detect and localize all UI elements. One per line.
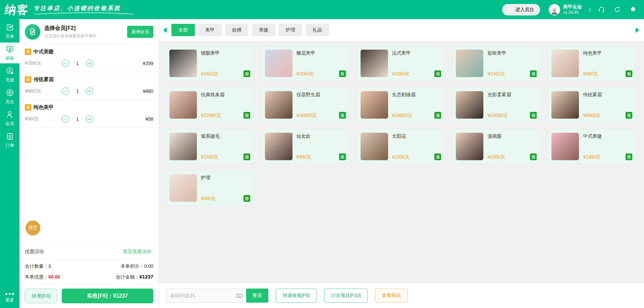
- product-card[interactable]: 护理 ¥38/次 服: [166, 171, 254, 205]
- sidebar-item[interactable]: 订单: [0, 130, 19, 150]
- app-logo: 纳客: [4, 4, 30, 15]
- qty-plus-button[interactable]: +: [86, 115, 93, 123]
- promo-label: 优惠活动: [25, 249, 44, 255]
- pay-button[interactable]: 实收[F5]：¥1237: [62, 289, 153, 303]
- product-card[interactable]: 传统雾眉 ¥880/次 服: [548, 87, 636, 122]
- product-card[interactable]: 仪器野生眉 ¥3000/次 服: [261, 87, 350, 122]
- service-badge: 服: [339, 112, 346, 119]
- product-image: [551, 50, 579, 77]
- category-tab[interactable]: 礼品: [306, 24, 329, 36]
- product-name: 光影柔雾眉: [487, 91, 537, 98]
- product-card[interactable]: 彩绘美甲 ¥140/次 服: [452, 46, 540, 81]
- category-tab[interactable]: 美睫: [252, 24, 275, 36]
- product-card[interactable]: 仿真线条眉 ¥2280/次 服: [166, 87, 254, 122]
- product-card[interactable]: 雕花美甲 ¥200/次 服: [261, 46, 350, 81]
- checkout-toolbar: 搜索 快速收银[F6] 计次项目[F10] 套餐商品: [159, 283, 644, 308]
- enter-backstage-button[interactable]: 进入后台: [502, 4, 540, 15]
- member-icon: [6, 110, 14, 120]
- product-card[interactable]: 纯色美甲 ¥58/次 服: [548, 46, 636, 81]
- product-card[interactable]: 光影柔雾眉 ¥1500/次 服: [452, 87, 540, 122]
- order-totals: 合计数量：3 本单积分：0.00 本单优惠：¥0.00 合计金额：¥1237: [19, 259, 159, 284]
- member-select-title: 选择会员[F2]: [44, 25, 127, 32]
- product-card[interactable]: 猫眼美甲 ¥160/次 服: [166, 46, 254, 81]
- sidebar-item[interactable]: 开单: [0, 21, 19, 42]
- app-slogan: 专注单店、小连锁的收银系统: [34, 4, 134, 12]
- cart-item-unit-price: ¥299/次: [25, 60, 62, 66]
- account-area[interactable]: 美甲化妆 v1.34.30: [549, 4, 582, 15]
- category-tab[interactable]: 纹绣: [225, 24, 249, 36]
- product-card[interactable]: 太阳花 ¥159/次 服: [357, 129, 445, 164]
- product-card[interactable]: 仙女款 ¥99/次 服: [261, 129, 350, 164]
- sidebar-item[interactable]: 会员: [0, 108, 19, 129]
- order-discount-value: ¥0.00: [48, 274, 60, 280]
- order-discount-label: 本单优惠：: [25, 274, 48, 280]
- sidebar-item-label: 充次: [5, 99, 14, 105]
- barcode-input[interactable]: [166, 289, 246, 303]
- product-price: ¥299/次: [583, 154, 601, 160]
- sidebar-item-label: 开单: [5, 34, 14, 40]
- clear-cart-button[interactable]: 清空: [25, 221, 40, 235]
- cart-item-amount: ¥58: [146, 116, 153, 122]
- cashier-icon: [6, 45, 14, 54]
- product-image: [551, 91, 579, 119]
- product-name: 狐系睫毛: [201, 133, 250, 139]
- tabs-scroll-right-icon[interactable]: [636, 27, 639, 33]
- avatar: [549, 4, 560, 15]
- qty-plus-button[interactable]: +: [86, 87, 93, 95]
- product-image: [169, 50, 197, 77]
- qty-plus-button[interactable]: +: [86, 60, 93, 67]
- quick-cashier-button[interactable]: 快速收银[F6]: [276, 289, 317, 303]
- side-nav: 开单 收银 充值 充次 会员 订单 更多: [0, 19, 19, 308]
- product-image: [551, 133, 579, 160]
- recharge-icon: [6, 67, 14, 76]
- qty-minus-button[interactable]: −: [62, 115, 69, 123]
- service-badge: 服: [25, 49, 31, 55]
- product-card[interactable]: 狐系睫毛 ¥159/次 服: [166, 129, 254, 164]
- search-button[interactable]: 搜索: [246, 289, 268, 303]
- product-image: [169, 91, 197, 119]
- product-card[interactable]: 漫画眼 ¥199/次 服: [452, 129, 540, 164]
- product-image: [456, 91, 483, 119]
- customer-service-icon[interactable]: [598, 6, 605, 13]
- product-price: ¥160/次: [201, 71, 219, 77]
- product-price: ¥58/次: [583, 71, 598, 77]
- top-header: 纳客 专注单店、小连锁的收银系统 进入后台 美甲化妆 v1.34.30 |: [0, 0, 644, 19]
- product-image: [265, 133, 292, 160]
- qty-minus-button[interactable]: −: [62, 87, 69, 95]
- promo-link[interactable]: 暂无优惠活动›: [123, 249, 153, 255]
- product-image: [169, 133, 197, 160]
- sidebar-item[interactable]: 收银: [0, 43, 19, 63]
- order-edit-icon: [6, 23, 14, 33]
- qty-minus-button[interactable]: −: [62, 60, 69, 67]
- sidebar-item[interactable]: 充次: [0, 86, 19, 107]
- package-goods-button[interactable]: 套餐商品: [375, 289, 408, 303]
- member-select-area[interactable]: 选择会员[F2] 点击进行会员搜索或刷卡操作: [44, 25, 127, 39]
- product-name: 法式美甲: [392, 50, 441, 56]
- tabs-scroll-left-icon[interactable]: [163, 27, 167, 33]
- product-name: 漫画眼: [487, 133, 537, 139]
- slogan-underline: [34, 12, 134, 15]
- product-image: [361, 133, 388, 160]
- product-card[interactable]: 中式美睫 ¥299/次 服: [548, 129, 636, 164]
- notification-bell-icon[interactable]: [630, 6, 637, 13]
- category-tab[interactable]: 全部: [171, 24, 195, 36]
- cart-item-name: 中式美睫: [34, 49, 54, 55]
- category-tab[interactable]: 美甲: [198, 24, 222, 36]
- product-price: ¥1500/次: [487, 112, 508, 119]
- hold-order-button[interactable]: 挂单[F8]: [25, 289, 57, 303]
- product-card[interactable]: 法式美甲 ¥200/次 服: [357, 46, 445, 81]
- keyboard-icon[interactable]: [236, 292, 243, 299]
- count-item-button[interactable]: 计次项目[F10]: [324, 289, 368, 303]
- sync-icon[interactable]: [614, 6, 621, 13]
- sidebar-item-label: 充值: [5, 77, 14, 83]
- account-name: 美甲化妆: [563, 4, 582, 10]
- category-tab[interactable]: 护理: [279, 24, 302, 36]
- product-card[interactable]: 生态初绒眉 ¥2600/次 服: [357, 87, 445, 122]
- add-member-button[interactable]: 新增会员: [127, 26, 153, 38]
- service-badge: 服: [434, 112, 441, 119]
- enter-backstage-label: 进入后台: [516, 7, 534, 13]
- product-price: ¥2280/次: [201, 112, 221, 119]
- sidebar-item[interactable]: 充值: [0, 64, 19, 85]
- sidebar-item-more[interactable]: 更多: [0, 288, 19, 308]
- member-card-icon[interactable]: [25, 24, 40, 40]
